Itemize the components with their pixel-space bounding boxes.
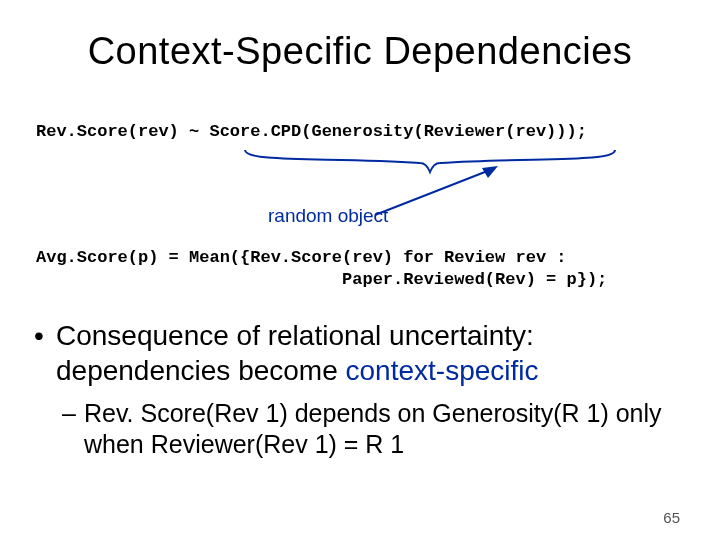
random-object-label: random object bbox=[268, 205, 388, 227]
slide: Context-Specific Dependencies Rev.Score(… bbox=[0, 0, 720, 540]
svg-line-0 bbox=[375, 170, 490, 215]
bullet-sub: – Rev. Score(Rev 1) depends on Generosit… bbox=[84, 398, 684, 461]
code-line-2b: Paper.Reviewed(Rev) = p}); bbox=[36, 270, 607, 289]
bullet-sub-text: Rev. Score(Rev 1) depends on Generosity(… bbox=[84, 399, 662, 458]
bullet-dash-icon: – bbox=[62, 398, 76, 429]
arrow-annotation bbox=[370, 160, 510, 220]
bullet-dot-icon: • bbox=[34, 318, 44, 353]
bullet-text-highlight: context-specific bbox=[346, 355, 539, 386]
page-number: 65 bbox=[663, 509, 680, 526]
code-line-1: Rev.Score(rev) ~ Score.CPD(Generosity(Re… bbox=[36, 122, 587, 141]
slide-title: Context-Specific Dependencies bbox=[0, 30, 720, 73]
code-line-2a: Avg.Score(p) = Mean({Rev.Score(rev) for … bbox=[36, 248, 567, 267]
bullet-main: • Consequence of relational uncertainty:… bbox=[56, 318, 676, 388]
